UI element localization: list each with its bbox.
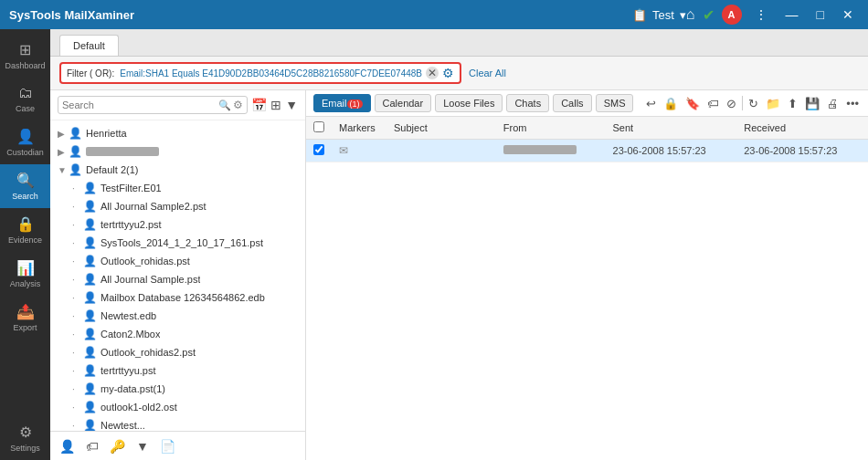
tab-loose-files[interactable]: Loose Files [435, 94, 503, 112]
sidebar-item-search[interactable]: 🔍 Search [0, 164, 50, 208]
folder-icon[interactable]: 📁 [764, 95, 782, 112]
evidence-icon: 🔒 [16, 215, 35, 233]
file-icon: 👤 [83, 200, 97, 213]
tree-container: ▶ 👤 Henrietta ▶ 👤 ▼ 👤 Default 2(1) [50, 120, 305, 431]
tree-item-newtest[interactable]: · 👤 Newtest.edb [50, 307, 305, 325]
tab-email[interactable]: Email(1) [313, 94, 371, 112]
clear-all-link[interactable]: Clear All [469, 68, 506, 78]
tree-item-testfilter[interactable]: · 👤 TestFilter.E01 [50, 179, 305, 197]
filter-bottom-icon[interactable]: ▼ [136, 439, 149, 454]
tree-label: Outlook_rohidas.pst [101, 256, 190, 267]
tree-label-blurred [86, 147, 159, 156]
refresh-icon[interactable]: ↻ [746, 95, 760, 112]
tree-item-outlook-rohidas2[interactable]: · 👤 Outlook_rohidas2.pst [50, 343, 305, 361]
header-sent: Sent [606, 117, 737, 140]
tree-item-henrietta[interactable]: ▶ 👤 Henrietta [50, 124, 305, 142]
user-icon: 👤 [69, 145, 82, 158]
more-icon[interactable]: ••• [844, 95, 861, 112]
select-all-checkbox[interactable] [313, 121, 324, 132]
calendar-icon[interactable]: 📅 [251, 98, 267, 112]
header-checkbox [306, 117, 332, 140]
email-rows: ✉ 23-06-2008 15:57:23 23-06-2008 15:57:2… [306, 140, 868, 162]
tab-default[interactable]: Default [59, 35, 119, 56]
search-settings-icon[interactable]: ⚙ [233, 99, 243, 111]
tree-item-blurred-user[interactable]: ▶ 👤 [50, 142, 305, 161]
settings-icon: ⚙ [19, 423, 32, 441]
tree-arrow: · [72, 421, 83, 431]
reply-icon[interactable]: ↩ [644, 95, 658, 112]
tree-item-journal[interactable]: · 👤 All Journal Sample.pst [50, 270, 305, 288]
email-table: Markers Subject From Sent Received [306, 117, 868, 460]
header-markers: Markers [332, 117, 386, 140]
sidebar-item-custodian[interactable]: 👤 Custodian [0, 120, 50, 164]
tree-item-newtest2[interactable]: · 👤 Newtest... [50, 416, 305, 431]
file-icon: 👤 [83, 346, 97, 359]
tree-item-outlook-rohidas[interactable]: · 👤 Outlook_rohidas.pst [50, 252, 305, 270]
dropdown-arrow-icon[interactable]: ▾ [680, 8, 686, 22]
filter-settings-icon[interactable]: ⚙ [442, 66, 454, 80]
tag-action-icon[interactable]: 🏷 [705, 95, 721, 112]
sidebar-item-analysis[interactable]: 📊 Analysis [0, 252, 50, 296]
tree-item-journal2[interactable]: · 👤 All Journal Sample2.pst [50, 197, 305, 215]
doc-icon[interactable]: 📄 [160, 439, 175, 454]
file-icon: 👤 [83, 291, 97, 304]
header-subject: Subject [386, 117, 496, 140]
file-icon: 👤 [83, 364, 97, 377]
file-icon: 👤 [83, 182, 97, 194]
save-icon[interactable]: 💾 [803, 95, 821, 112]
tree-item-mydata[interactable]: · 👤 my-data.pst(1) [50, 380, 305, 398]
sidebar-item-evidence[interactable]: 🔒 Evidence [0, 208, 50, 252]
row-checkbox[interactable] [313, 144, 324, 155]
tree-label: Henrietta [86, 128, 127, 139]
print-icon[interactable]: 🖨 [825, 95, 841, 112]
sidebar-item-export[interactable]: 📤 Export [0, 296, 50, 340]
filter-options-icon[interactable]: ⊞ [270, 98, 281, 112]
header-from: From [496, 117, 606, 140]
tree-item-tertrttyyu[interactable]: · 👤 tertrttyyu.pst [50, 361, 305, 380]
tree-label: tertrttyyu.pst [101, 365, 156, 376]
tree-item-systools2014[interactable]: · 👤 SysTools_2014_1_2_10_17_161.pst [50, 234, 305, 252]
key-icon[interactable]: 🔑 [110, 439, 125, 454]
tree-label: Caton2.Mbox [101, 329, 160, 340]
user-icon: 👤 [69, 163, 82, 176]
search-input[interactable] [62, 99, 218, 110]
search-sidebar-icon: 🔍 [16, 172, 35, 189]
custodian-icon: 👤 [16, 128, 35, 145]
lock-icon[interactable]: 🔒 [662, 95, 680, 112]
minimize-button[interactable]: — [780, 5, 804, 24]
tree-label: SysTools_2014_1_2_10_17_161.pst [101, 237, 263, 248]
person-icon[interactable]: 👤 [59, 439, 75, 454]
tab-calendar[interactable]: Calendar [375, 94, 432, 112]
tree-item-outlook1-old2[interactable]: · 👤 outlook1-old2.ost [50, 398, 305, 416]
tree-arrow: · [72, 202, 83, 212]
tag-icon[interactable]: 🏷 [86, 439, 99, 454]
sidebar-item-settings[interactable]: ⚙ Settings [0, 416, 50, 460]
tab-calls[interactable]: Calls [553, 94, 591, 112]
sidebar-label-evidence: Evidence [8, 235, 42, 245]
table-header-row: Markers Subject From Sent Received [306, 117, 868, 140]
table-row[interactable]: ✉ 23-06-2008 15:57:23 23-06-2008 15:57:2… [306, 140, 868, 162]
divider [742, 96, 743, 110]
tree-item-tertrttyyu2[interactable]: · 👤 tertrttyyu2.pst [50, 215, 305, 234]
search-bar: 🔍 ⚙ 📅 ⊞ ▼ [50, 90, 305, 120]
sidebar-item-case[interactable]: 🗂 Case [0, 78, 50, 120]
export-action-icon[interactable]: ⬆ [786, 95, 799, 112]
tree-item-default2[interactable]: ▼ 👤 Default 2(1) [50, 161, 305, 179]
sidebar: ⊞ Dashboard 🗂 Case 👤 Custodian 🔍 Search … [0, 29, 50, 460]
tab-sms[interactable]: SMS [596, 94, 634, 112]
sidebar-item-dashboard[interactable]: ⊞ Dashboard [0, 34, 50, 78]
tree-item-mailbox[interactable]: · 👤 Mailbox Database 12634564862.edb [50, 288, 305, 307]
maximize-button[interactable]: □ [811, 5, 830, 24]
main-container: ⊞ Dashboard 🗂 Case 👤 Custodian 🔍 Search … [0, 29, 868, 460]
bookmark-icon[interactable]: 🔖 [683, 95, 702, 112]
home-icon[interactable]: ⌂ [686, 6, 695, 23]
filter-close-icon[interactable]: ✕ [426, 67, 439, 79]
close-button[interactable]: ✕ [837, 5, 859, 24]
toolbar-icons: 📅 ⊞ ▼ [251, 98, 298, 112]
block-icon[interactable]: ⊘ [725, 95, 738, 112]
tree-item-caton2[interactable]: · 👤 Caton2.Mbox [50, 325, 305, 343]
filter-icon[interactable]: ▼ [285, 98, 298, 112]
menu-icon[interactable]: ⋮ [749, 5, 773, 24]
tab-chats[interactable]: Chats [506, 94, 549, 112]
tree-label: Newtest.edb [101, 310, 156, 321]
